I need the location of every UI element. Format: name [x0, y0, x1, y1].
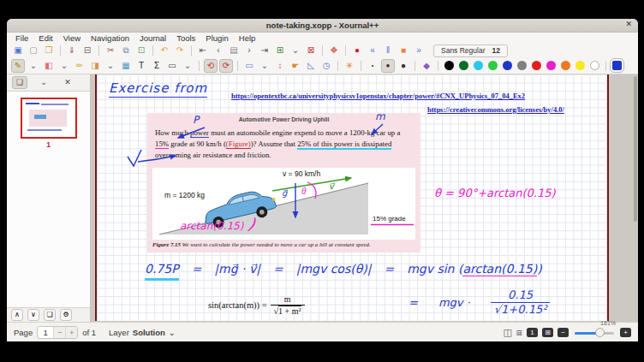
eraser-dropdown[interactable]: ⌄ — [57, 59, 71, 73]
next-page-button[interactable]: › — [242, 44, 256, 57]
menu-edit[interactable]: Edit — [33, 33, 57, 43]
preview-pages-button[interactable]: ❏ — [44, 309, 56, 321]
record-audio-button[interactable]: ● — [350, 44, 364, 57]
fill-button[interactable]: ◨ — [88, 59, 102, 73]
vertical-space-button[interactable]: ↕ — [273, 59, 287, 73]
toolbar-separator — [345, 45, 346, 56]
select-object-button[interactable]: ◷ — [319, 59, 333, 73]
fill-dropdown[interactable]: ⌄ — [104, 59, 117, 73]
plugin-tool-button[interactable]: ✳ — [343, 59, 356, 73]
menu-help[interactable]: Help — [234, 33, 261, 43]
fullscreen-button[interactable]: ✥ — [327, 44, 341, 57]
page-decrement-button[interactable]: − — [53, 327, 65, 338]
previous-annotated-page-button[interactable]: ∧ — [11, 309, 23, 321]
menu-view[interactable]: View — [58, 33, 86, 43]
pen-button[interactable]: ✎ — [11, 59, 25, 73]
preview-settings-button[interactable]: ⚙ — [60, 309, 72, 321]
color-red[interactable] — [532, 61, 541, 70]
export-pdf-button[interactable]: ⇓ — [65, 44, 79, 57]
zoom-slider-handle[interactable] — [595, 328, 605, 337]
insert-text-button[interactable]: T — [134, 59, 148, 73]
open-folder-button[interactable]: ❐ — [42, 44, 56, 57]
shape-recognizer-button[interactable]: ⟲ — [204, 59, 218, 73]
color-black[interactable] — [444, 61, 454, 70]
dual-page-button[interactable]: ◫ — [504, 327, 512, 338]
sidebar-collapse-button[interactable]: ⌄ — [36, 76, 51, 89]
zoom-100-button[interactable]: 1 — [527, 328, 538, 337]
vertical-scrollbar[interactable] — [634, 76, 637, 222]
print-button[interactable]: ⊟ — [80, 44, 94, 57]
layer-selector[interactable]: Layer Solution ⌄ — [109, 328, 176, 337]
page-number-input[interactable]: 1 — [38, 327, 53, 338]
color-blue[interactable] — [503, 61, 512, 70]
thumbnail-content — [26, 103, 39, 104]
color-white[interactable] — [590, 61, 599, 70]
undo-button[interactable]: ↶ — [158, 44, 171, 57]
color-yellow[interactable] — [575, 61, 585, 70]
size-fine-button[interactable]: • — [366, 59, 379, 73]
menu-journal[interactable]: Journal — [134, 33, 171, 43]
sidebar-close-button[interactable]: ✕ — [60, 76, 75, 89]
stop-audio-button[interactable]: ■ — [397, 44, 410, 57]
redo-button[interactable]: ↷ — [173, 44, 187, 57]
rewind-audio-button[interactable]: « — [366, 44, 379, 57]
draw-shapes-button[interactable]: ▭ — [165, 59, 179, 73]
size-thick-button[interactable]: ● — [397, 59, 410, 73]
pen-dropdown[interactable]: ⌄ — [27, 59, 40, 73]
last-page-button[interactable]: ⇥ — [258, 44, 271, 57]
color-orange[interactable] — [561, 61, 570, 70]
color-chooser-button[interactable]: ◆ — [420, 59, 433, 73]
color-gray[interactable] — [517, 61, 527, 70]
select-pdf-text-button[interactable]: ◺ — [304, 59, 318, 73]
current-color-indicator[interactable] — [612, 61, 622, 70]
ruler-button[interactable]: ⟳ — [219, 59, 233, 73]
insert-image-button[interactable]: ▦ — [119, 59, 133, 73]
goto-page-button[interactable]: ▤ — [227, 44, 241, 57]
forward-audio-button[interactable]: » — [412, 44, 426, 57]
add-page-button[interactable]: ⊞ — [273, 44, 287, 57]
font-button[interactable]: Sans Regular 12 — [433, 45, 508, 57]
document-page[interactable]: Exercise from https://opentextbc.ca/univ… — [95, 74, 609, 321]
highlighter-button[interactable]: ✏ — [73, 59, 86, 73]
color-dark-green[interactable] — [459, 61, 468, 70]
window-close-button[interactable]: ✕ — [625, 20, 632, 28]
size-medium-button[interactable]: ● — [381, 59, 395, 73]
shapes-dropdown[interactable]: ⌄ — [181, 59, 194, 73]
grade-label: 15% grade — [373, 215, 406, 223]
add-page-dropdown[interactable]: ⌄ — [289, 44, 302, 57]
hand-tool-button[interactable]: ☛ — [289, 59, 302, 73]
zoom-in-button[interactable]: + — [620, 328, 631, 337]
license-link[interactable]: https://creativecommons.org/licenses/by/… — [427, 105, 564, 114]
select-dropdown[interactable]: ⌄ — [258, 59, 271, 73]
color-green[interactable] — [488, 61, 498, 70]
page-increment-button[interactable]: + — [65, 327, 77, 338]
menu-tools[interactable]: Tools — [171, 33, 200, 43]
presentation-button[interactable]: ⧈ — [516, 327, 522, 338]
eq-term-2: |mgv cos(θ)| — [296, 262, 372, 276]
color-magenta[interactable] — [546, 61, 556, 70]
pause-audio-button[interactable]: ‖ — [381, 44, 395, 57]
new-document-button[interactable]: ▢ — [27, 44, 40, 57]
delete-page-button[interactable]: ⊠ — [304, 44, 318, 57]
zoom-fit-button[interactable]: ⊞ — [542, 328, 553, 337]
zoom-out-button[interactable]: − — [558, 328, 569, 337]
insert-latex-button[interactable]: Σ — [150, 59, 164, 73]
zoom-slider[interactable]: 181% — [575, 327, 614, 337]
menu-file[interactable]: File — [10, 33, 33, 43]
color-light-blue[interactable] — [474, 61, 483, 70]
menu-navigation[interactable]: Navigation — [86, 33, 134, 43]
paste-button[interactable]: ⊡ — [134, 44, 148, 57]
page-thumbnail[interactable] — [21, 98, 77, 139]
eraser-button[interactable]: ◧ — [42, 59, 56, 73]
save-button[interactable]: ▣ — [11, 44, 25, 57]
previous-page-button[interactable]: ‹ — [212, 44, 225, 57]
select-rect-button[interactable]: ▭ — [242, 59, 256, 73]
source-link[interactable]: https://opentextbc.ca/universityphysicsv… — [231, 92, 525, 100]
preview-tab-button[interactable]: ❏ — [12, 76, 27, 89]
figure-link[interactable]: (Figure) — [226, 139, 251, 149]
next-annotated-page-button[interactable]: ∨ — [27, 309, 39, 321]
cut-button[interactable]: ✂ — [104, 44, 117, 57]
first-page-button[interactable]: ⇤ — [196, 44, 210, 57]
menu-plugin[interactable]: Plugin — [200, 33, 233, 43]
copy-button[interactable]: ⧉ — [119, 44, 133, 57]
